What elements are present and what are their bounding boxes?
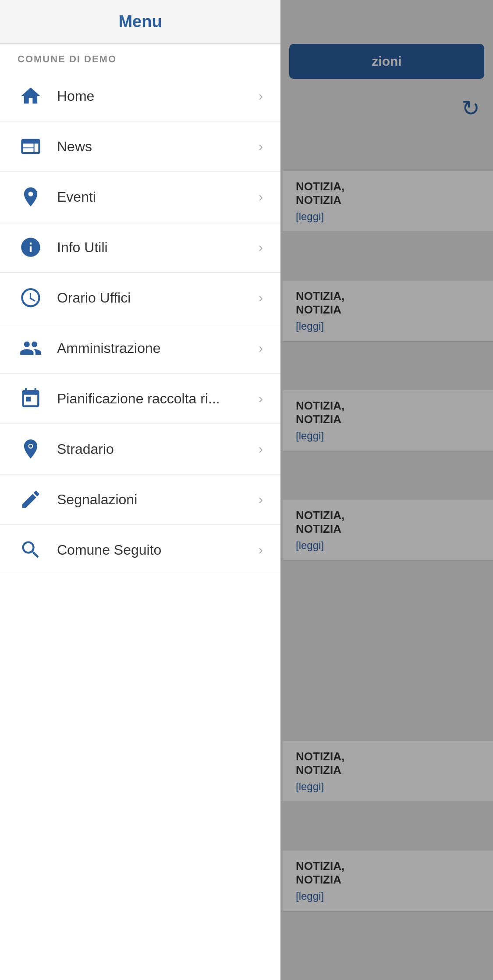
svg-point-0: [29, 445, 32, 448]
chevron-pianificazione: ›: [259, 391, 263, 406]
menu-label-eventi: Eventi: [57, 189, 259, 205]
stradario-icon: [18, 438, 44, 460]
home-icon: [18, 85, 44, 107]
menu-label-stradario: Stradario: [57, 441, 259, 457]
chevron-orario-uffici: ›: [259, 290, 263, 305]
menu-label-home: Home: [57, 88, 259, 104]
comune-seguito-icon: [18, 538, 44, 561]
info-icon: [18, 236, 44, 259]
menu-label-info-utili: Info Utili: [57, 239, 259, 256]
menu-item-home[interactable]: Home ›: [0, 71, 280, 121]
section-label: COMUNE DI DEMO: [0, 44, 280, 71]
menu-item-comune-seguito[interactable]: Comune Seguito ›: [0, 525, 280, 575]
segnalazioni-icon: [18, 488, 44, 511]
menu-item-eventi[interactable]: Eventi ›: [0, 172, 280, 222]
menu-label-amministrazione: Amministrazione: [57, 340, 259, 356]
menu-label-comune-seguito: Comune Seguito: [57, 542, 259, 558]
eventi-icon: [18, 185, 44, 208]
menu-label-orario-uffici: Orario Uffici: [57, 290, 259, 306]
menu-header: Menu: [0, 0, 280, 44]
amministrazione-icon: [18, 337, 44, 360]
pianificazione-icon: [18, 387, 44, 410]
menu-label-segnalazioni: Segnalazioni: [57, 492, 259, 508]
menu-label-news: News: [57, 139, 259, 155]
menu-items-container: COMUNE DI DEMO Home › News ›: [0, 44, 280, 980]
clock-icon: [18, 286, 44, 309]
menu-panel: Menu COMUNE DI DEMO Home › News ›: [0, 0, 280, 980]
menu-title: Menu: [118, 12, 162, 31]
menu-item-pianificazione[interactable]: Pianificazione raccolta ri... ›: [0, 374, 280, 424]
chevron-segnalazioni: ›: [259, 492, 263, 507]
menu-item-orario-uffici[interactable]: Orario Uffici ›: [0, 273, 280, 323]
chevron-home: ›: [259, 89, 263, 103]
chevron-news: ›: [259, 139, 263, 154]
chevron-comune-seguito: ›: [259, 542, 263, 557]
chevron-info-utili: ›: [259, 240, 263, 255]
chevron-eventi: ›: [259, 189, 263, 204]
menu-label-pianificazione: Pianificazione raccolta ri...: [57, 391, 259, 407]
menu-item-stradario[interactable]: Stradario ›: [0, 424, 280, 474]
chevron-stradario: ›: [259, 442, 263, 456]
menu-item-amministrazione[interactable]: Amministrazione ›: [0, 323, 280, 374]
chevron-amministrazione: ›: [259, 341, 263, 356]
menu-item-segnalazioni[interactable]: Segnalazioni ›: [0, 474, 280, 525]
news-icon: [18, 135, 44, 158]
menu-item-news[interactable]: News ›: [0, 121, 280, 172]
menu-item-info-utili[interactable]: Info Utili ›: [0, 222, 280, 273]
